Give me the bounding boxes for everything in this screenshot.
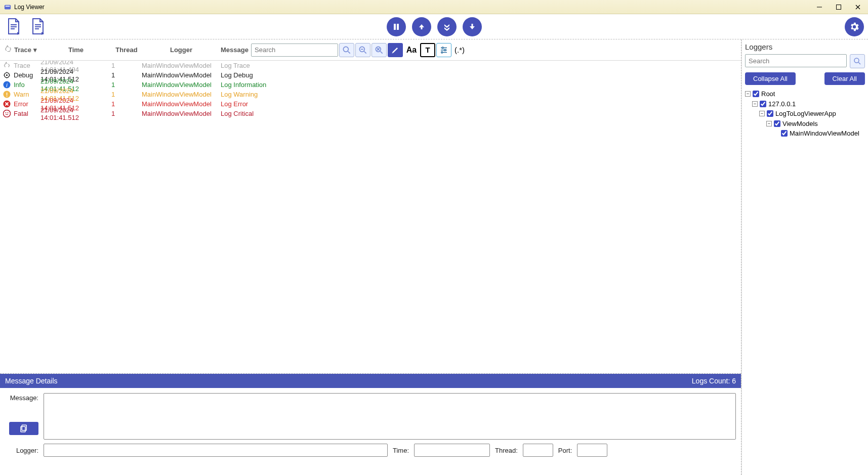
details-message-label: Message: [5, 393, 38, 402]
log-list[interactable]: Trace21/09/2024 14:01:41.4941MainWindowV… [0, 61, 741, 374]
column-header-time[interactable]: Time [40, 46, 111, 54]
svg-point-16 [343, 47, 348, 52]
tree-expand-icon[interactable]: − [752, 101, 758, 107]
minimize-button[interactable] [813, 3, 825, 12]
level-icon [3, 100, 11, 108]
log-level: Trace [14, 62, 30, 69]
scroll-to-end-button[interactable] [437, 17, 457, 36]
pause-button[interactable] [387, 17, 406, 36]
tree-node-mainvm[interactable]: MainWindowViewModel [790, 128, 859, 139]
copy-message-button[interactable] [9, 422, 38, 435]
details-time-label: Time: [393, 447, 409, 454]
tree-checkbox-app[interactable] [767, 110, 773, 117]
tree-checkbox-mainvm[interactable] [781, 130, 788, 137]
details-time-field[interactable] [414, 444, 490, 457]
details-thread-label: Thread: [495, 447, 518, 454]
log-columns-header: Trace ▾ Time Thread Logger Message [0, 39, 741, 61]
tree-expand-icon[interactable]: − [766, 121, 772, 126]
level-icon [3, 62, 11, 69]
log-thread: 1 [111, 100, 142, 108]
maximize-button[interactable] [833, 3, 845, 12]
loggers-search-button[interactable] [850, 54, 865, 68]
filter-options-button[interactable] [436, 43, 451, 57]
loggers-tree[interactable]: − Root − 127.0.0.1 − LogToLogViewerApp −… [745, 89, 865, 139]
details-message-box[interactable] [44, 393, 736, 440]
log-message: Log Information [221, 81, 739, 89]
log-thread: 1 [111, 71, 142, 79]
log-message: Log Error [221, 100, 739, 108]
log-level: Debug [14, 71, 33, 79]
tree-checkbox-vm[interactable] [774, 120, 780, 127]
tree-checkbox-root[interactable] [753, 91, 759, 97]
log-thread: 1 [111, 81, 142, 89]
details-panel-title: Message Details [5, 377, 58, 385]
message-search-input[interactable] [251, 44, 338, 57]
tree-node-vm[interactable]: ViewModels [782, 119, 818, 129]
scroll-down-button[interactable] [463, 17, 482, 36]
log-logger: MainWindowViewModel [142, 91, 221, 98]
svg-point-43 [6, 112, 7, 113]
tree-expand-icon[interactable]: − [745, 91, 751, 97]
column-header-thread[interactable]: Thread [111, 46, 142, 54]
svg-rect-46 [21, 426, 25, 432]
details-thread-field[interactable] [523, 444, 553, 457]
svg-rect-0 [5, 5, 11, 9]
log-level: Fatal [14, 110, 28, 117]
svg-point-44 [8, 112, 9, 113]
details-logger-field[interactable] [44, 444, 388, 457]
level-filter-dropdown[interactable]: Trace ▾ [14, 46, 37, 54]
svg-rect-15 [471, 24, 473, 26]
svg-rect-3 [837, 5, 841, 9]
log-logger: MainWindowViewModel [142, 100, 221, 108]
export-file-button[interactable] [28, 17, 48, 36]
tree-checkbox-ip[interactable] [760, 101, 766, 107]
log-message: Log Debug [221, 71, 739, 79]
log-message: Log Critical [221, 110, 739, 117]
level-icon: i [3, 81, 11, 89]
log-message: Log Trace [221, 62, 739, 69]
scroll-up-button[interactable] [412, 17, 431, 36]
loggers-panel-title: Loggers [745, 42, 865, 51]
svg-rect-45 [22, 425, 26, 430]
svg-point-26 [442, 47, 443, 49]
svg-point-47 [854, 58, 859, 63]
log-row[interactable]: Fatal21/09/2024 14:01:41.5121MainWindowV… [0, 109, 741, 118]
close-button[interactable] [852, 3, 864, 12]
svg-point-42 [4, 110, 11, 117]
title-bar: Log Viewer [0, 0, 868, 14]
log-time: 21/09/2024 14:01:41.512 [40, 106, 111, 121]
level-filter-label: Trace [14, 46, 31, 54]
loggers-search-input[interactable] [745, 54, 847, 67]
search-clear-button[interactable] [371, 43, 387, 57]
tree-expand-icon[interactable]: − [759, 111, 765, 116]
tree-node-root[interactable]: Root [761, 89, 775, 99]
level-icon [3, 71, 11, 79]
collapse-all-button[interactable]: Collapse All [745, 72, 796, 85]
settings-button[interactable] [845, 17, 864, 36]
recycle-icon [4, 45, 12, 55]
log-thread: 1 [111, 110, 142, 117]
svg-point-32 [6, 74, 8, 76]
svg-point-28 [444, 49, 446, 51]
tree-node-app[interactable]: LogToLogViewerApp [775, 109, 836, 119]
log-logger: MainWindowViewModel [142, 110, 221, 117]
log-logger: MainWindowViewModel [142, 62, 221, 69]
tree-node-ip[interactable]: 127.0.0.1 [768, 99, 796, 109]
clear-all-button[interactable]: Clear All [824, 72, 865, 85]
open-file-button[interactable] [4, 17, 23, 36]
search-prev-button[interactable] [355, 43, 370, 57]
whole-word-toggle[interactable]: T [420, 43, 435, 57]
app-icon [4, 4, 11, 11]
svg-line-48 [858, 62, 860, 64]
loggers-panel: Loggers Collapse All Clear All − Root − … [741, 39, 868, 475]
svg-line-17 [348, 51, 350, 53]
case-sensitive-toggle[interactable]: Aa [404, 43, 419, 57]
details-port-field[interactable] [577, 444, 607, 457]
log-logger: MainWindowViewModel [142, 81, 221, 89]
highlight-toggle[interactable] [388, 43, 403, 57]
logs-count-label: Logs Count: 6 [692, 377, 736, 385]
search-next-button[interactable] [339, 43, 354, 57]
regex-indicator: (.*) [454, 46, 465, 54]
column-header-logger[interactable]: Logger [142, 46, 221, 54]
svg-line-22 [381, 51, 383, 53]
